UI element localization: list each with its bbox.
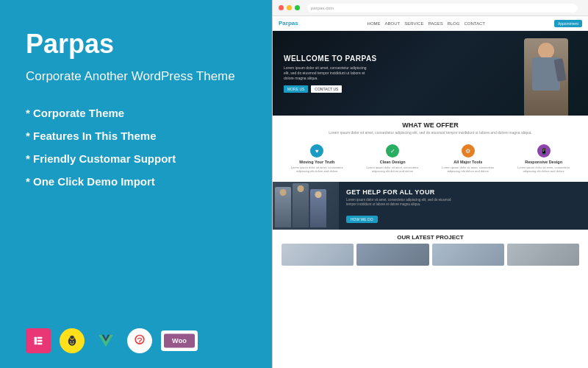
preview-nav-links: HOME ABOUT SERVICE PAGES BLOG CONTACT bbox=[368, 21, 485, 26]
service-name-2: Clean Design bbox=[360, 160, 426, 164]
left-content: Parpas Corporate Another WordPress Theme… bbox=[26, 29, 246, 204]
feature-item-2: * Features In This Theme bbox=[26, 128, 246, 144]
feature-item-1: * Corporate Theme bbox=[26, 105, 246, 121]
service-icon-4: 📱 bbox=[537, 144, 551, 158]
address-text: parpas.com bbox=[311, 6, 334, 10]
service-desc-2: Lorem ipsum dolor sit amet, consectetur … bbox=[360, 166, 426, 173]
feature-item-4: * One Click Demo Import bbox=[26, 174, 246, 189]
theme-preview: Parpas HOME ABOUT SERVICE PAGES BLOG CON… bbox=[273, 16, 588, 368]
browser-address: parpas.com bbox=[307, 4, 578, 13]
projects-grid bbox=[282, 244, 579, 266]
feature-list: * Corporate Theme * Features In This The… bbox=[26, 105, 246, 189]
project-card-2 bbox=[356, 244, 429, 266]
project-card-4 bbox=[507, 244, 579, 266]
hero-buttons: MORE US CONTACT US bbox=[284, 85, 377, 93]
svg-point-8 bbox=[73, 342, 74, 343]
head-1 bbox=[280, 189, 287, 196]
service-card-4: 📱 Responsive Design Lorem ipsum dolor si… bbox=[508, 141, 579, 176]
plugin-icons: Woo bbox=[26, 321, 246, 353]
nav-link-service: SERVICE bbox=[404, 21, 423, 26]
theme-subtitle: Corporate Another WordPress Theme bbox=[26, 68, 246, 85]
head-2 bbox=[298, 185, 304, 192]
service-desc-3: Lorem ipsum dolor sit amet, consectetur … bbox=[436, 166, 501, 173]
hero-person bbox=[518, 35, 573, 116]
service-name-3: All Major Tools bbox=[436, 160, 501, 164]
hero-para: Lorem ipsum dolor sit amet, consectetur … bbox=[284, 66, 372, 81]
left-panel: Parpas Corporate Another WordPress Theme… bbox=[0, 0, 272, 368]
project-card-1 bbox=[282, 244, 354, 266]
hero-secondary-button[interactable]: CONTACT US bbox=[311, 85, 342, 93]
project-card-3 bbox=[432, 244, 504, 266]
svg-point-12 bbox=[139, 343, 140, 344]
mailchimp-icon bbox=[60, 328, 85, 353]
cta-heading: GET HELP FOR ALL YOUR bbox=[346, 188, 581, 196]
preview-services: WHAT WE OFFER Lorem ipsum dolor sit amet… bbox=[273, 116, 588, 182]
cta-button[interactable]: HOW WE DO bbox=[346, 216, 378, 223]
person-head bbox=[538, 43, 554, 59]
preview-cta: GET HELP FOR ALL YOUR Lorem ipsum dolor … bbox=[273, 182, 588, 230]
preview-logo: Parpas bbox=[279, 20, 298, 26]
svg-point-11 bbox=[135, 336, 144, 344]
svg-rect-1 bbox=[37, 337, 43, 339]
preview-nav: Parpas HOME ABOUT SERVICE PAGES BLOG CON… bbox=[273, 16, 588, 31]
svg-point-7 bbox=[70, 342, 71, 343]
person-silhouette-1 bbox=[275, 187, 291, 227]
service-icon-2: ✓ bbox=[386, 144, 399, 158]
svg-point-6 bbox=[71, 336, 74, 339]
service-desc-4: Lorem ipsum dolor sit amet, consectetur … bbox=[511, 166, 576, 173]
services-grid: ♥ Moving Your Truth Lorem ipsum dolor si… bbox=[282, 141, 579, 176]
service-desc-1: Lorem ipsum dolor sit amet, consectetur … bbox=[284, 166, 350, 173]
service-icon-3: ⚙ bbox=[462, 144, 475, 158]
service-card-2: ✓ Clean Design Lorem ipsum dolor sit ame… bbox=[357, 141, 429, 176]
services-section-sub: Lorem ipsum dolor sit amet, consectetur … bbox=[282, 130, 579, 135]
browser-minimize-dot bbox=[287, 5, 292, 10]
services-section-title: WHAT WE OFFER bbox=[282, 121, 579, 129]
browser-maximize-dot bbox=[295, 5, 300, 10]
feature-item-3: * Friendly Customar Support bbox=[26, 151, 246, 166]
svg-rect-3 bbox=[37, 343, 43, 345]
nav-link-contact: CONTACT bbox=[464, 21, 485, 26]
cta-text-area: GET HELP FOR ALL YOUR Lorem ipsum dolor … bbox=[339, 183, 588, 230]
hero-primary-button[interactable]: MORE US bbox=[284, 85, 308, 93]
cta-desc: Lorem ipsum dolor sit amet, consectetur … bbox=[346, 198, 456, 208]
nav-link-about: ABOUT bbox=[385, 21, 401, 26]
hero-heading: WELLCOME TO PARPAS bbox=[284, 54, 377, 63]
browser-bar: parpas.com bbox=[273, 0, 588, 16]
svg-text:Woo: Woo bbox=[172, 337, 187, 344]
woocommerce-icon: Woo bbox=[161, 330, 198, 351]
support-icon bbox=[127, 328, 152, 353]
head-3 bbox=[315, 191, 322, 198]
cta-people bbox=[273, 182, 339, 230]
nav-appointment-button[interactable]: Appointment bbox=[554, 20, 582, 27]
formidable-icon bbox=[93, 328, 118, 353]
service-card-1: ♥ Moving Your Truth Lorem ipsum dolor si… bbox=[282, 141, 353, 176]
person-figure bbox=[524, 38, 568, 116]
theme-title: Parpas bbox=[26, 29, 246, 59]
service-card-3: ⚙ All Major Tools Lorem ipsum dolor sit … bbox=[433, 141, 504, 176]
services-title-area: WHAT WE OFFER Lorem ipsum dolor sit amet… bbox=[282, 121, 579, 135]
right-panel: parpas.com Parpas HOME ABOUT SERVICE PAG… bbox=[272, 0, 588, 368]
preview-hero: WELLCOME TO PARPAS Lorem ipsum dolor sit… bbox=[273, 31, 588, 116]
elementor-icon bbox=[26, 328, 51, 353]
browser-close-dot bbox=[279, 5, 284, 10]
service-name-4: Responsive Design bbox=[511, 160, 576, 164]
service-name-1: Moving Your Truth bbox=[284, 160, 350, 164]
svg-rect-2 bbox=[37, 340, 43, 342]
svg-rect-0 bbox=[35, 337, 37, 345]
nav-link-blog: BLOG bbox=[448, 21, 460, 26]
nav-link-pages: PAGES bbox=[429, 21, 443, 26]
preview-projects: OUR LATEST PROJECT bbox=[273, 230, 588, 368]
person-silhouette-3 bbox=[310, 189, 326, 227]
nav-link-home: HOME bbox=[368, 21, 381, 26]
service-icon-1: ♥ bbox=[310, 144, 323, 158]
hero-text-area: WELLCOME TO PARPAS Lorem ipsum dolor sit… bbox=[284, 54, 377, 93]
projects-heading: OUR LATEST PROJECT bbox=[282, 234, 579, 241]
person-silhouette-2 bbox=[293, 183, 309, 227]
